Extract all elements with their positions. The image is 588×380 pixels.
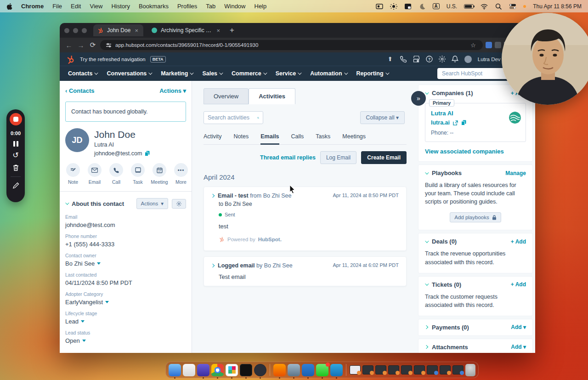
- manage-playbooks-link[interactable]: Manage: [505, 170, 526, 176]
- add-attachment-button[interactable]: Add ▾: [511, 344, 526, 350]
- menubar-edit[interactable]: Edit: [71, 3, 81, 10]
- nav-commerce[interactable]: Commerce: [232, 70, 266, 77]
- nav-automation[interactable]: Automation: [310, 70, 346, 77]
- dock-sublime-icon[interactable]: [273, 364, 286, 376]
- dock-chrome-icon[interactable]: [211, 364, 224, 376]
- field-lead-status-value[interactable]: Open: [65, 337, 186, 344]
- bookmark-star-icon[interactable]: ☆: [469, 42, 477, 49]
- do-not-disturb-moon-icon[interactable]: [418, 3, 426, 10]
- contact-actions-dropdown[interactable]: Actions ▾: [159, 87, 186, 94]
- dock-minimized-window[interactable]: [362, 365, 373, 374]
- dock-minimized-window[interactable]: [401, 365, 412, 374]
- screen-record-icon[interactable]: [376, 3, 383, 10]
- dock-loom-icon[interactable]: [254, 364, 266, 376]
- window-traffic-lights[interactable]: [64, 28, 87, 33]
- control-center-icon[interactable]: [509, 3, 516, 10]
- hubspot-avatar[interactable]: [464, 56, 472, 63]
- email-button[interactable]: Email: [88, 163, 102, 185]
- dock-minimized-window[interactable]: [350, 365, 361, 374]
- dock-trash-icon[interactable]: [465, 364, 475, 376]
- meeting-button[interactable]: 17 Meeting: [153, 163, 166, 185]
- field-email-value[interactable]: johndoe@test.com: [65, 221, 186, 228]
- input-source-icon[interactable]: A: [433, 3, 440, 9]
- expand-email-icon[interactable]: [211, 264, 215, 267]
- menubar-history[interactable]: History: [111, 3, 130, 10]
- stop-recording-button[interactable]: [10, 113, 22, 125]
- add-ticket-button[interactable]: + Add: [511, 281, 526, 288]
- dock-minimized-window[interactable]: [375, 365, 386, 374]
- field-phone-value[interactable]: +1 (555) 444-3333: [65, 241, 186, 248]
- expand-panel-button[interactable]: »: [411, 91, 426, 106]
- log-email-button[interactable]: Log Email: [320, 151, 356, 164]
- collapse-tickets-icon[interactable]: [425, 282, 429, 285]
- search-activities-input[interactable]: [208, 114, 254, 121]
- nav-contacts[interactable]: Contacts: [68, 70, 97, 77]
- thread-email-replies-link[interactable]: Thread email replies: [260, 154, 316, 161]
- back-button[interactable]: ←: [64, 41, 74, 49]
- dock-minimized-window[interactable]: [414, 365, 425, 374]
- subtab-notes[interactable]: Notes: [234, 133, 249, 145]
- window-tiles-icon[interactable]: [404, 3, 412, 10]
- pause-recording-button[interactable]: [13, 141, 18, 147]
- collapse-all-button[interactable]: Collapse all ▾: [360, 111, 405, 124]
- tab-overview[interactable]: Overview: [204, 88, 249, 104]
- task-button[interactable]: Task: [131, 163, 145, 185]
- expand-payments-icon[interactable]: [424, 325, 428, 329]
- dock-messages-icon[interactable]: [316, 364, 328, 376]
- email-title[interactable]: Email - test: [218, 193, 249, 199]
- dock-slack-icon[interactable]: [226, 364, 238, 376]
- extension-icon-2[interactable]: [495, 42, 501, 48]
- dock-1password-icon[interactable]: [197, 364, 209, 376]
- dock-terminal-icon[interactable]: [240, 364, 252, 376]
- webcam-overlay[interactable]: [502, 13, 588, 105]
- menubar-clock[interactable]: Thu Apr 11 8:56 PM: [533, 3, 582, 10]
- delete-recording-button[interactable]: [12, 164, 19, 171]
- expand-email-icon[interactable]: [211, 194, 215, 198]
- dock-minimized-window[interactable]: [388, 365, 399, 374]
- menubar-tab[interactable]: Tab: [206, 3, 215, 10]
- copy-icon[interactable]: [145, 151, 150, 156]
- collapse-companies-icon[interactable]: [425, 91, 429, 94]
- about-actions-button[interactable]: Actions ▾: [136, 198, 169, 209]
- email-card-sent[interactable]: Email - test from Bo Zhi See Apr 11, 202…: [204, 187, 407, 251]
- call-button[interactable]: Call: [109, 163, 123, 185]
- expand-attachments-icon[interactable]: [424, 345, 428, 349]
- email-card-logged[interactable]: Logged email by Bo Zhi See Apr 11, 2024 …: [204, 256, 407, 286]
- subtab-emails[interactable]: Emails: [260, 133, 279, 145]
- address-bar[interactable]: app.hubspot.com/contacts/39659017/record…: [100, 40, 483, 50]
- reload-button[interactable]: ⟳: [88, 41, 97, 49]
- field-adopter-value[interactable]: EarlyVangelist: [65, 299, 186, 306]
- create-email-button[interactable]: Create Email: [361, 151, 407, 164]
- menubar-app-name[interactable]: Chrome: [21, 3, 44, 10]
- menubar-view[interactable]: View: [90, 3, 102, 10]
- browser-tab-archiving[interactable]: Archiving Specific Sender Em ×: [147, 24, 225, 36]
- dock-minimized-window[interactable]: [452, 365, 464, 374]
- add-payment-button[interactable]: Add ▾: [511, 324, 526, 330]
- menubar-bookmarks[interactable]: Bookmarks: [139, 3, 169, 10]
- display-settings-icon[interactable]: [390, 3, 397, 10]
- draw-pen-button[interactable]: [12, 182, 19, 189]
- about-settings-button[interactable]: [172, 199, 186, 209]
- dock-launchpad-icon[interactable]: [183, 364, 195, 376]
- notifications-bell-icon[interactable]: [452, 56, 458, 62]
- forward-button[interactable]: →: [76, 41, 85, 49]
- calling-icon[interactable]: [400, 56, 407, 62]
- marketplace-icon[interactable]: [413, 56, 420, 62]
- nav-reporting[interactable]: Reporting: [356, 70, 388, 77]
- dock-outlook-icon[interactable]: [302, 364, 314, 376]
- collapse-deals-icon[interactable]: [425, 239, 429, 243]
- more-button[interactable]: ••• More: [174, 163, 188, 185]
- new-tab-button[interactable]: +: [230, 26, 234, 35]
- subtab-tasks[interactable]: Tasks: [316, 133, 330, 145]
- company-domain-link[interactable]: lutra.ai: [431, 119, 450, 126]
- subtab-calls[interactable]: Calls: [291, 133, 304, 145]
- nav-marketing[interactable]: Marketing: [161, 70, 192, 77]
- contact-email[interactable]: johndoe@test.com: [94, 150, 142, 157]
- field-lifecycle-value[interactable]: Lead: [65, 318, 186, 325]
- menubar-help[interactable]: Help: [254, 3, 267, 10]
- refreshed-nav-promo[interactable]: Try the refreshed navigation: [80, 57, 146, 62]
- menubar-window[interactable]: Window: [224, 3, 245, 10]
- spotlight-search-icon[interactable]: [495, 3, 502, 10]
- external-link-icon[interactable]: [453, 120, 458, 125]
- email-title[interactable]: Logged email: [218, 262, 255, 269]
